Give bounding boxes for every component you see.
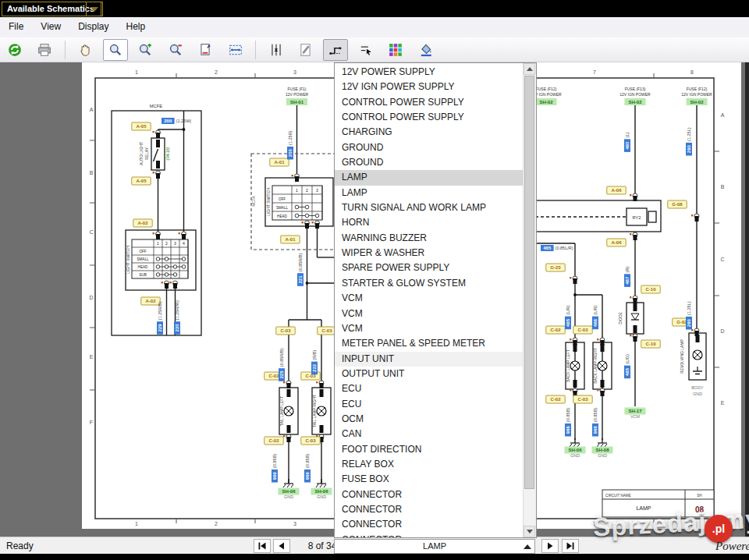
menu-help[interactable]: Help (118, 17, 154, 32)
svg-text:C-03: C-03 (321, 328, 332, 333)
menu-view[interactable]: View (32, 17, 69, 32)
list-item[interactable]: HORN (335, 215, 523, 230)
list-item[interactable]: CONNECTOR (335, 487, 523, 502)
edit-pencil-icon (299, 43, 313, 57)
list-item[interactable]: WIPER & WASHER (335, 246, 523, 261)
svg-text:A: A (721, 112, 725, 118)
list-item[interactable]: VCM (335, 307, 523, 321)
svg-text:GND: GND (317, 494, 326, 499)
list-item[interactable]: ECU (335, 381, 523, 396)
color-legend-button[interactable] (383, 39, 408, 61)
svg-text:C-03: C-03 (280, 328, 291, 333)
svg-text:4: 4 (183, 241, 185, 246)
svg-text:966: 966 (593, 426, 598, 434)
svg-text:C: C (89, 229, 93, 235)
zoom-tool-button[interactable] (103, 39, 128, 61)
scroll-thumb[interactable] (524, 76, 534, 489)
zoom-icon (108, 43, 122, 57)
list-item[interactable]: OUTPUT UNIT (335, 367, 523, 381)
combo-open-arrow[interactable] (521, 541, 533, 551)
list-item[interactable]: SPARE POWER SUPPLY (335, 261, 523, 275)
first-page-icon (257, 541, 267, 551)
list-item[interactable]: ECU (335, 397, 523, 412)
scroll-up-arrow[interactable] (524, 63, 535, 75)
list-item[interactable]: OCM (335, 412, 523, 427)
svg-text:(L/R): (L/R) (593, 305, 598, 314)
list-item[interactable]: INPUT UNIT (335, 352, 523, 367)
list-item[interactable]: 12V IGN POWER SUPPLY (335, 80, 523, 94)
title-bar: Available Schematics (0, 0, 749, 17)
menu-display[interactable]: Display (69, 17, 117, 32)
fit-width-button[interactable] (223, 39, 248, 61)
list-item[interactable]: FUSE BOX (335, 472, 523, 487)
svg-text:G-23: G-23 (550, 265, 561, 270)
list-item[interactable]: VCM (335, 321, 523, 336)
list-item[interactable]: CAN (335, 427, 523, 441)
list-item[interactable]: CONTROL POWER SUPPLY (335, 95, 523, 110)
svg-text:BACK LAMP LEFT: BACK LAMP LEFT (566, 349, 570, 382)
svg-text:CIRCUIT NAME: CIRCUIT NAME (605, 494, 630, 498)
list-item[interactable]: LAMP (335, 170, 523, 185)
svg-text:7: 7 (593, 69, 596, 75)
print-button[interactable] (32, 39, 57, 61)
previous-page-button[interactable] (273, 539, 290, 553)
zoom-in-button[interactable] (133, 39, 158, 61)
zoom-out-button[interactable] (163, 39, 188, 61)
pan-button[interactable] (73, 39, 98, 61)
list-item[interactable]: CHARGING (335, 125, 523, 140)
zoom-in-icon (138, 43, 152, 57)
svg-text:966: 966 (566, 426, 570, 434)
list-item[interactable]: CONNECTOR (335, 533, 523, 537)
zoom-out-icon (169, 43, 183, 57)
watermark-powered: Powered (715, 540, 749, 553)
scroll-down-arrow[interactable] (524, 526, 535, 537)
available-schematics-dropdown-arrow[interactable] (86, 2, 103, 16)
svg-text:2: 2 (165, 241, 168, 246)
list-scrollbar[interactable] (523, 63, 536, 537)
first-page-button[interactable] (254, 539, 271, 553)
svg-text:C-02: C-02 (268, 438, 279, 443)
svg-text:225: 225 (279, 370, 284, 379)
svg-text:2: 2 (215, 69, 218, 75)
list-item[interactable]: FOOT DIRECTION (335, 442, 523, 457)
svg-text:200: 200 (288, 149, 293, 158)
trace-wire-button[interactable] (323, 39, 348, 61)
fill-color-button[interactable] (414, 39, 438, 61)
fit-width-icon (229, 43, 243, 57)
svg-text:A-02: A-02 (137, 221, 148, 225)
circuit-selector-combobox[interactable]: LAMP (334, 539, 535, 554)
list-item[interactable]: GROUND (335, 140, 523, 155)
list-item[interactable]: RELAY BOX (335, 457, 523, 472)
list-item[interactable]: GROUND (335, 155, 523, 170)
svg-text:(0.85L/R): (0.85L/R) (556, 246, 573, 250)
refresh-button[interactable] (2, 39, 27, 61)
circuit-view-button[interactable] (264, 39, 289, 61)
color-grid-icon (389, 43, 403, 57)
list-item[interactable]: METER PANEL & SPEED METER (335, 336, 523, 351)
svg-text:(1.25R/B): (1.25R/B) (158, 301, 162, 320)
svg-text:A-01: A-01 (285, 237, 296, 242)
svg-text:(L/R): (L/R) (566, 305, 570, 314)
chevron-down-icon (91, 7, 98, 12)
menu-file[interactable]: File (0, 17, 32, 32)
last-page-icon (566, 541, 575, 551)
list-item[interactable]: CONNECTOR (335, 517, 523, 532)
wire-select-button[interactable] (353, 39, 378, 61)
fit-page-button[interactable] (193, 39, 218, 61)
list-item[interactable]: LAMP (335, 186, 523, 200)
list-item[interactable]: CONTROL POWER SUPPLY (335, 110, 523, 125)
svg-text:966: 966 (305, 472, 310, 480)
list-item[interactable]: VCM (335, 291, 523, 306)
wire-cursor-icon (359, 43, 373, 57)
edit-button[interactable] (293, 39, 318, 61)
svg-text:1: 1 (135, 521, 138, 526)
next-page-button[interactable] (541, 539, 559, 553)
list-item[interactable]: CONNECTOR (335, 502, 523, 517)
last-page-button[interactable] (562, 539, 579, 553)
list-item[interactable]: WARNING BUZZER (335, 231, 523, 246)
list-item[interactable]: STARTER & GLOW SYSTEM (335, 276, 523, 291)
list-item[interactable]: 12V POWER SUPPLY (335, 65, 523, 80)
viewer-right-edge (745, 62, 749, 537)
list-item[interactable]: TURN SIGNAL AND WORK LAMP (335, 200, 523, 215)
svg-text:C-02: C-02 (550, 328, 561, 332)
